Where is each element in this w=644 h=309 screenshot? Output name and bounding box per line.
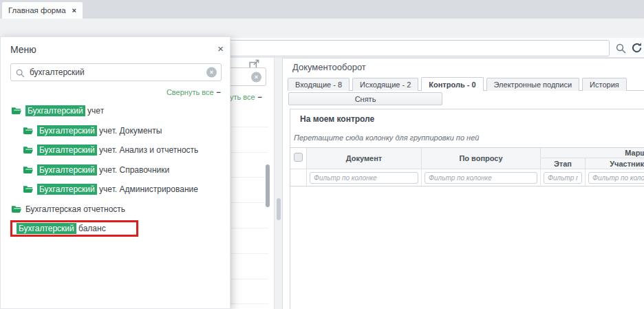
- doc-tab-label: Контроль - 0: [429, 81, 475, 89]
- menu-item-label: Бухгалтерский учет. Справочники: [37, 165, 169, 175]
- select-all-cell: [290, 148, 307, 169]
- table-filter-row: [290, 169, 644, 186]
- column-group-subrow: ЭтапУчастники: [541, 158, 644, 169]
- menu-item-label: Бухгалтерская отчетность: [25, 204, 125, 214]
- column-filter-input[interactable]: [425, 172, 537, 184]
- column-header[interactable]: Этап: [541, 158, 586, 169]
- panel-title: Документооборот: [292, 62, 366, 72]
- folder-icon: [23, 146, 33, 154]
- close-icon[interactable]: ×: [217, 43, 224, 54]
- refresh-icon[interactable]: [630, 41, 643, 54]
- select-all-checkbox[interactable]: [294, 153, 303, 162]
- column-header[interactable]: Документ: [307, 148, 422, 169]
- menu-tree-item[interactable]: Бухгалтерский учет. Справочники: [1, 160, 230, 180]
- filter-cell: [307, 169, 422, 186]
- document-flow-panel: Документооборот Входящие - 8Исходящие - …: [282, 58, 644, 309]
- menu-collapse-all-link[interactable]: Свернуть все−: [167, 88, 221, 96]
- menu-item-label: Бухгалтерский учет: [25, 106, 104, 116]
- filter-spacer-cell: [290, 169, 307, 186]
- clear-search-icon[interactable]: ×: [206, 67, 217, 78]
- folder-icon: [23, 185, 33, 193]
- column-filter-input[interactable]: [588, 172, 644, 184]
- column-group-label: Маршрут: [625, 149, 644, 157]
- column-header[interactable]: Участники: [586, 158, 644, 169]
- doc-tab-label: Электронные подписи: [494, 81, 572, 89]
- window-tab-main-form[interactable]: Главная форма ×: [2, 2, 83, 19]
- filter-cell: [422, 169, 541, 186]
- search-match-highlight: Бухгалтерский: [37, 145, 97, 156]
- menu-popup: Меню × × Свернуть все− Бухгалтерский уче…: [0, 36, 230, 309]
- remove-from-control-button[interactable]: Снять: [288, 92, 442, 105]
- doc-tabs: Входящие - 8Исходящие - 2Контроль - 0Эле…: [288, 77, 644, 91]
- menu-tree-item[interactable]: Бухгалтерский учет: [1, 101, 230, 121]
- search-match-highlight: Бухгалтерский: [25, 105, 85, 116]
- window-tab-label: Главная форма: [8, 6, 66, 14]
- doc-tab-label: Исходящие - 2: [360, 81, 411, 89]
- column-header[interactable]: По вопросу: [422, 148, 541, 169]
- search-match-highlight: Бухгалтерский: [37, 125, 97, 136]
- folder-icon: [23, 127, 33, 135]
- menu-title: Меню: [10, 44, 36, 55]
- clear-search-icon[interactable]: ×: [251, 72, 261, 82]
- collapse-minus-icon: −: [217, 88, 221, 96]
- column-group-header: Маршрут: [541, 148, 644, 158]
- menu-item-label: Бухгалтерский баланс: [17, 224, 106, 233]
- folder-icon: [23, 166, 33, 174]
- table-header-row: ДокументПо вопросуМаршрутЭтапУчастники: [290, 148, 644, 169]
- doc-tab-label: История: [590, 81, 619, 89]
- control-tab-content: На моем контроле Перетащите сюда колонку…: [290, 109, 644, 309]
- panel-scrollbar-thumb[interactable]: [277, 198, 281, 220]
- doc-tab-label: Входящие - 8: [295, 81, 342, 89]
- nav-scrollbar-thumb[interactable]: [266, 164, 270, 207]
- column-header-label: Этап: [554, 160, 572, 168]
- doc-tab[interactable]: Входящие - 8: [288, 78, 350, 91]
- menu-tree-item[interactable]: Бухгалтерский учет. Документы: [1, 121, 230, 141]
- search-match-highlight: Бухгалтерский: [37, 164, 97, 175]
- menu-item-label: Бухгалтерский учет. Документы: [37, 126, 162, 136]
- menu-tree: Бухгалтерский учетБухгалтерский учет. До…: [1, 101, 230, 239]
- column-header-label: По вопросу: [459, 154, 502, 162]
- section-title: На моем контроле: [300, 114, 374, 124]
- folder-icon: [12, 205, 21, 213]
- doc-tab[interactable]: Исходящие - 2: [352, 78, 418, 91]
- doc-tab[interactable]: История: [582, 78, 627, 91]
- group-by-hint: Перетащите сюда колонку для группировки …: [294, 134, 479, 142]
- window-tabstrip: Главная форма ×: [0, 0, 644, 19]
- search-match-highlight: Бухгалтерский: [17, 223, 76, 234]
- search-match-highlight: Бухгалтерский: [37, 184, 97, 195]
- column-header-label: Документ: [346, 154, 382, 162]
- collapse-minus-icon: −: [258, 93, 262, 101]
- menu-tree-item[interactable]: Бухгалтерский баланс: [1, 219, 230, 239]
- search-icon: [16, 68, 25, 81]
- window-tab-close-icon[interactable]: ×: [72, 6, 76, 14]
- folder-icon: [12, 107, 21, 115]
- column-group: МаршрутЭтапУчастники: [541, 148, 644, 169]
- search-icon[interactable]: [615, 43, 626, 54]
- column-filter-input[interactable]: [544, 172, 582, 184]
- annotation-highlight-box: Бухгалтерский баланс: [10, 220, 138, 237]
- column-header-label: Участники: [610, 160, 644, 168]
- doc-tab[interactable]: Контроль - 0: [421, 77, 483, 91]
- doc-tab[interactable]: Электронные подписи: [486, 78, 580, 91]
- menu-item-label: Бухгалтерский учет. Анализ и отчетность: [37, 145, 198, 155]
- global-search-input[interactable]: [227, 40, 610, 56]
- menu-collapse-all-label: Свернуть все: [167, 88, 214, 96]
- filter-cell: [541, 169, 586, 186]
- menu-item-label: Бухгалтерский учет. Администрирование: [37, 184, 198, 194]
- menu-search-input[interactable]: [30, 65, 203, 80]
- filter-cell: [586, 169, 644, 186]
- column-filter-input[interactable]: [310, 172, 418, 184]
- menu-tree-item[interactable]: Бухгалтерский учет. Анализ и отчетность: [1, 140, 230, 160]
- menu-search-box: ×: [10, 63, 222, 81]
- documents-table: ДокументПо вопросуМаршрутЭтапУчастники: [290, 147, 644, 187]
- menu-tree-item[interactable]: Бухгалтерский учет. Администрирование: [1, 180, 230, 200]
- menu-tree-item[interactable]: Бухгалтерская отчетность: [1, 200, 230, 220]
